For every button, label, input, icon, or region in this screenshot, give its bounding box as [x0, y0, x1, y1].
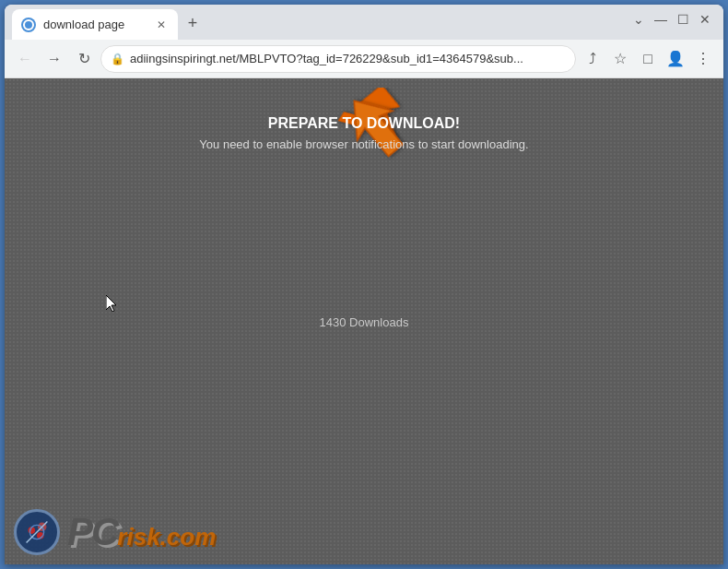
downloads-count: 1430 Downloads	[320, 314, 409, 328]
close-button[interactable]: ✕	[698, 12, 712, 27]
lock-icon: 🔒	[111, 53, 124, 65]
tab-close-button[interactable]: ✕	[154, 18, 169, 32]
active-tab[interactable]: download page ✕	[12, 9, 178, 40]
new-tab-button[interactable]: +	[180, 10, 205, 36]
share-button[interactable]: ⤴	[580, 46, 605, 72]
pcrisk-brand: PC risk.com	[67, 510, 216, 554]
minimize-button[interactable]: —	[653, 12, 668, 27]
extensions-button[interactable]: □	[635, 46, 661, 72]
back-button[interactable]: ←	[12, 46, 38, 72]
pcrisk-watermark: PC risk.com	[14, 509, 216, 555]
tab-title: download page	[43, 18, 147, 31]
maximize-button[interactable]: ☐	[675, 12, 690, 27]
webpage: PREPARE TO DOWNLOAD! You need to enable …	[5, 78, 723, 564]
svg-marker-2	[106, 295, 116, 312]
webpage-content: PREPARE TO DOWNLOAD! You need to enable …	[5, 78, 723, 564]
toolbar-right: ⤴ ☆ □ 👤 ⋮	[580, 46, 716, 72]
window-controls: ⌄ — ☐ ✕	[631, 12, 712, 27]
prepare-heading: PREPARE TO DOWNLOAD!	[199, 115, 528, 132]
bookmark-button[interactable]: ☆	[607, 46, 633, 72]
address-bar[interactable]: 🔒 adiingsinspiringt.net/MBLPVTO?tag_id=7…	[100, 45, 576, 73]
prepare-subheading: You need to enable browser notifications…	[199, 137, 528, 151]
pcrisk-logo	[14, 509, 60, 555]
tab-bar: download page ✕ + ⌄ — ☐ ✕	[5, 5, 723, 40]
forward-button[interactable]: →	[41, 46, 67, 72]
browser-window: download page ✕ + ⌄ — ☐ ✕ ← → ↻ 🔒 adiing…	[5, 5, 723, 564]
browser-toolbar: ← → ↻ 🔒 adiingsinspiringt.net/MBLPVTO?ta…	[5, 40, 723, 78]
reload-button[interactable]: ↻	[71, 46, 97, 72]
address-text: adiingsinspiringt.net/MBLPVTO?tag_id=726…	[130, 52, 566, 65]
menu-button[interactable]: ⋮	[690, 46, 716, 72]
mouse-cursor-icon	[106, 295, 119, 312]
chevron-down-icon[interactable]: ⌄	[631, 12, 646, 27]
tab-favicon-icon	[21, 18, 36, 32]
prepare-section: PREPARE TO DOWNLOAD! You need to enable …	[199, 115, 528, 151]
profile-button[interactable]: 👤	[663, 46, 688, 72]
pc-text: PC	[67, 510, 117, 554]
risk-text: risk.com	[117, 523, 216, 551]
